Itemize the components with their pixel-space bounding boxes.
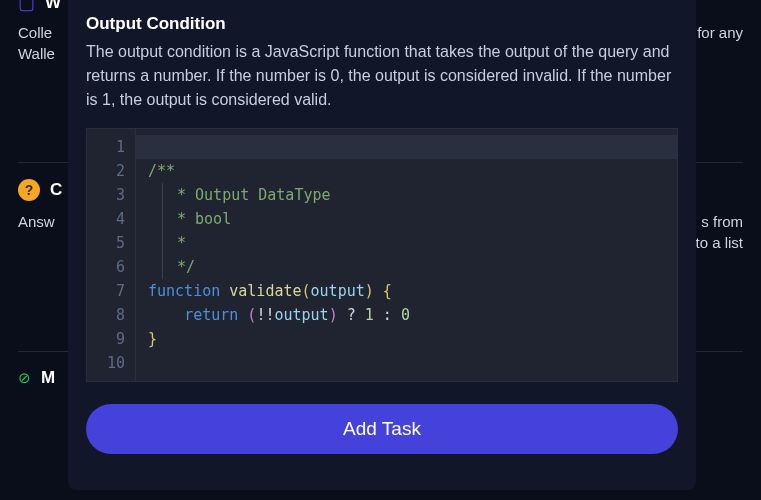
help-icon: ? [18, 179, 40, 201]
section-description: The output condition is a JavaScript fun… [86, 40, 678, 112]
code-line[interactable]: * [136, 231, 677, 255]
line-number: 2 [87, 159, 135, 183]
bg-text-fragment: for any [697, 24, 743, 41]
line-number: 4 [87, 207, 135, 231]
output-condition-panel: Output Condition The output condition is… [68, 0, 696, 490]
line-number: 3 [87, 183, 135, 207]
line-number: 8 [87, 303, 135, 327]
line-number: 5 [87, 231, 135, 255]
bg-text-fragment: to a list [695, 234, 743, 251]
bg-text-fragment: s from [701, 213, 743, 230]
bg-title-fragment: C [50, 180, 62, 200]
doc-icon: ▢ [18, 0, 35, 14]
code-line[interactable]: * bool [136, 207, 677, 231]
bg-text-fragment: Walle [18, 45, 55, 62]
code-line[interactable] [136, 351, 677, 375]
code-line[interactable]: /** [136, 159, 677, 183]
line-number: 1 [87, 135, 135, 159]
code-line[interactable]: */ [136, 255, 677, 279]
code-line[interactable]: } [136, 327, 677, 351]
section-title: Output Condition [86, 14, 678, 34]
line-number: 10 [87, 351, 135, 375]
bg-title-fragment: W [45, 0, 61, 13]
line-number: 9 [87, 327, 135, 351]
line-number: 6 [87, 255, 135, 279]
bg-text-fragment: Colle [18, 24, 52, 41]
add-task-button[interactable]: Add Task [86, 404, 678, 454]
code-line[interactable]: * Output DataType [136, 183, 677, 207]
line-number: 7 [87, 279, 135, 303]
code-body[interactable]: /** * Output DataType * bool * */ functi… [135, 129, 677, 381]
code-line[interactable] [136, 135, 677, 159]
code-editor[interactable]: 1 2 3 4 5 6 7 8 9 10 /** * Output DataTy… [86, 128, 678, 382]
code-gutter: 1 2 3 4 5 6 7 8 9 10 [87, 129, 135, 381]
check-icon: ⊘ [18, 369, 31, 387]
bg-title-fragment: M [41, 368, 55, 388]
code-line[interactable]: return (!!output) ? 1 : 0 [136, 303, 677, 327]
code-line[interactable]: function validate(output) { [136, 279, 677, 303]
bg-text-fragment: Answ [18, 213, 55, 230]
